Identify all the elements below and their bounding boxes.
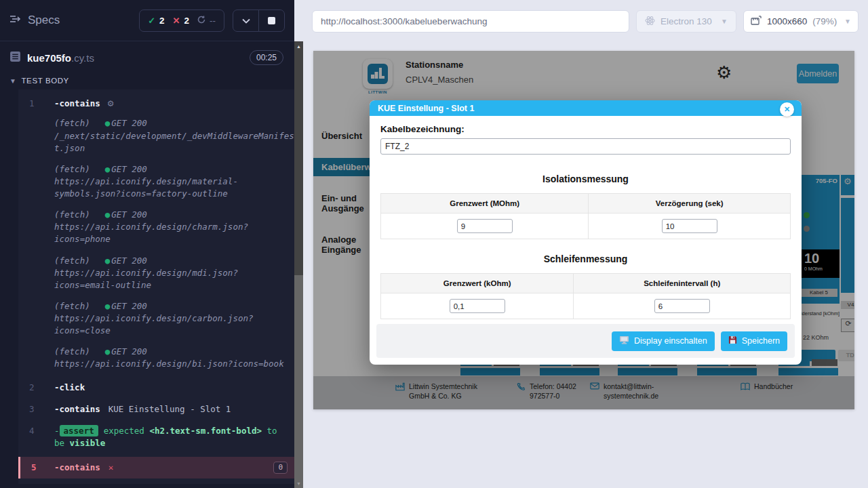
request-status-line: (fetch)●GET 200	[54, 346, 285, 358]
network-request-row[interactable]: (fetch)●GET 200https://api.iconify.desig…	[18, 298, 294, 340]
request-url: icons=phone	[54, 233, 285, 245]
command-log: 1-contains⚙(fetch)●GET 200/_next/static/…	[18, 89, 294, 484]
request-url: https://api.iconify.design/bi.json?icons…	[54, 358, 285, 370]
request-url: https://api.iconify.design/charm.json?	[54, 221, 285, 233]
command-name: -contains	[54, 98, 100, 108]
command-number: 3	[29, 403, 35, 415]
request-status-line: (fetch)●GET 200	[54, 163, 285, 176]
success-dot-icon: ●	[105, 301, 111, 311]
stat-passed: ✓ 2	[148, 16, 164, 26]
modal-close-button[interactable]: ✕	[780, 102, 794, 117]
spec-name: kue705fo	[27, 52, 71, 64]
monitor-icon	[619, 336, 629, 346]
request-status: GET 200	[111, 256, 147, 266]
request-type: (fetch)	[54, 256, 90, 266]
spec-extension: .cy.ts	[71, 52, 94, 64]
isolation-delay-input[interactable]	[662, 219, 717, 233]
request-url: https://api.iconify.design/carbon.json?	[54, 312, 285, 325]
cable-name-label: Kabelbezeichnung:	[380, 124, 791, 134]
isolation-col-limit: Grenzwert (MOhm)	[381, 194, 589, 214]
scrollbar-thumb[interactable]	[294, 275, 303, 488]
request-status: GET 200	[111, 301, 147, 311]
test-body-section-header[interactable]: ▼ TEST BODY	[0, 71, 294, 89]
failed-command-row[interactable]: 5-contains✕0	[18, 457, 294, 479]
network-request-row[interactable]: (fetch)●GET 200https://api.iconify.desig…	[18, 161, 294, 203]
test-stats: ✓ 2 ✕ 2 --	[139, 9, 224, 32]
command-name: -click	[54, 382, 85, 392]
display-on-button[interactable]: Display einschalten	[612, 331, 715, 351]
browser-select[interactable]: Electron 130 ▼	[636, 10, 736, 33]
collapse-all-button[interactable]	[233, 9, 259, 32]
command-row[interactable]: 1-contains⚙	[18, 93, 294, 115]
command-number: 5	[31, 462, 37, 474]
success-dot-icon: ●	[105, 164, 111, 174]
command-argument: KUE Einstellung - Slot 1	[108, 404, 231, 414]
scroll-up-arrow[interactable]: ▲	[294, 41, 303, 51]
url-input[interactable]	[312, 10, 629, 33]
spec-duration-badge: 00:25	[250, 50, 283, 65]
sidebar-toggle-icon	[9, 14, 22, 27]
modal-title: KUE Einstellung - Slot 1	[378, 104, 474, 113]
run-controls	[233, 9, 285, 32]
specs-menu-label: Specs	[28, 14, 60, 27]
chevron-down-icon: ▼	[844, 18, 851, 25]
command-name: -contains	[54, 462, 100, 472]
network-request-row[interactable]: (fetch)●GET 200https://api.iconify.desig…	[18, 252, 294, 294]
test-body-label: TEST BODY	[22, 77, 69, 85]
kue-settings-modal: KUE Einstellung - Slot 1 ✕ Kabelbezeichn…	[370, 100, 802, 365]
spec-file-row[interactable]: kue705fo .cy.ts 00:25	[0, 41, 294, 71]
request-status-line: (fetch)●GET 200	[54, 300, 285, 312]
chevron-down-icon: ▼	[9, 77, 17, 85]
save-button[interactable]: Speichern	[721, 331, 787, 351]
loop-col-interval: Schleifenintervall (h)	[574, 274, 791, 293]
modal-titlebar: KUE Einstellung - Slot 1	[370, 100, 802, 116]
request-status: GET 200	[111, 118, 147, 128]
request-url: icons=email-outline	[54, 279, 285, 291]
scroll-down-arrow[interactable]: ▼	[294, 479, 303, 488]
request-type: (fetch)	[54, 118, 90, 128]
network-request-row[interactable]: (fetch)●GET 200/_next/static/development…	[18, 115, 294, 157]
specs-menu-button[interactable]: Specs	[9, 14, 60, 27]
stop-run-button[interactable]	[258, 9, 285, 32]
request-status-line: (fetch)●GET 200	[54, 117, 285, 129]
loop-limit-input[interactable]	[450, 299, 505, 313]
ruler-icon	[751, 16, 762, 27]
assert-row[interactable]: 4-assertexpected <h2.text-sm.font-bold> …	[18, 420, 294, 454]
success-dot-icon: ●	[105, 209, 111, 220]
gear-icon: ⚙	[107, 99, 115, 108]
request-url: https://api.iconify.design/mdi.json?	[54, 267, 285, 279]
network-request-row[interactable]: (fetch)●GET 200https://api.iconify.desig…	[18, 206, 294, 248]
check-icon: ✓	[148, 16, 155, 26]
reporter-scrollbar[interactable]: ▲ ▼	[294, 41, 303, 488]
assert-text: expected	[104, 426, 150, 436]
request-url: /_next/static/development/_devMiddleware…	[54, 130, 285, 142]
success-dot-icon: ●	[105, 118, 111, 128]
loop-table: Grenzwert (kOhm) Schleifenintervall (h)	[380, 273, 791, 319]
electron-icon	[645, 16, 655, 28]
request-url: https://api.iconify.design/material-	[54, 176, 285, 188]
success-dot-icon: ●	[105, 346, 111, 357]
request-type: (fetch)	[54, 301, 90, 311]
stat-failed: ✕ 2	[173, 16, 189, 26]
save-floppy-icon	[728, 336, 737, 346]
viewport-dimensions: 1000x660	[767, 16, 807, 26]
cross-icon: ✕	[173, 16, 180, 26]
isolation-limit-input[interactable]	[457, 219, 513, 233]
viewport-size-select[interactable]: 1000x660 (79%) ▼	[743, 10, 859, 33]
network-request-row[interactable]: (fetch)●GET 200https://api.iconify.desig…	[18, 343, 294, 373]
request-url: t.json	[54, 142, 285, 155]
browser-label: Electron 130	[660, 16, 712, 26]
request-status: GET 200	[111, 346, 147, 357]
loop-col-limit: Grenzwert (kOhm)	[381, 274, 574, 293]
loop-interval-input[interactable]	[654, 299, 710, 313]
modal-footer: Display einschalten Speichern	[376, 324, 795, 358]
spec-file-icon	[9, 51, 21, 65]
loop-heading: Schleifenmessung	[380, 253, 791, 264]
command-row[interactable]: 2-click	[18, 377, 294, 399]
request-type: (fetch)	[54, 209, 90, 220]
command-row[interactable]: 3-containsKUE Einstellung - Slot 1	[18, 399, 294, 420]
cable-name-input[interactable]	[380, 138, 791, 155]
request-type: (fetch)	[54, 164, 90, 174]
isolation-col-delay: Verzögerung (sek)	[589, 194, 791, 214]
request-url: symbols.json?icons=factory-outline	[54, 188, 285, 200]
